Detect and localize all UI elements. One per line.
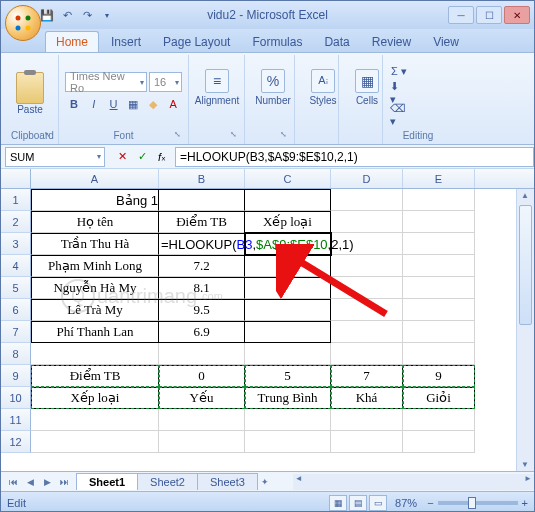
cell[interactable]: Họ tên <box>31 211 159 233</box>
font-launcher-icon[interactable]: ⤡ <box>174 130 186 142</box>
sheet-nav-prev[interactable]: ◀ <box>22 474 38 490</box>
font-name-combo[interactable]: Times New Ro <box>65 72 147 92</box>
cell[interactable]: Nguyễn Hà My <box>31 277 159 299</box>
tab-home[interactable]: Home <box>45 31 99 52</box>
zoom-out-button[interactable]: − <box>427 497 433 509</box>
qat-dropdown-icon[interactable]: ▾ <box>99 7 115 23</box>
cell[interactable] <box>403 277 475 299</box>
cell[interactable]: Giỏi <box>403 387 475 409</box>
row-header[interactable]: 2 <box>1 211 31 233</box>
cell[interactable] <box>245 189 331 211</box>
select-all-button[interactable] <box>1 169 31 188</box>
cell[interactable] <box>245 299 331 321</box>
tab-data[interactable]: Data <box>314 32 359 52</box>
vertical-scrollbar[interactable] <box>516 189 534 471</box>
cell[interactable] <box>331 211 403 233</box>
autosum-button[interactable]: Σ ▾ <box>389 61 409 81</box>
cell[interactable]: Trần Thu Hà <box>31 233 159 255</box>
cell[interactable] <box>31 343 159 365</box>
cell[interactable] <box>245 431 331 453</box>
maximize-button[interactable]: ☐ <box>476 6 502 24</box>
cell[interactable] <box>159 343 245 365</box>
row-header[interactable]: 5 <box>1 277 31 299</box>
cancel-formula-button[interactable]: ✕ <box>113 148 131 166</box>
row-header[interactable]: 11 <box>1 409 31 431</box>
page-layout-view-button[interactable]: ▤ <box>349 495 367 511</box>
tab-insert[interactable]: Insert <box>101 32 151 52</box>
cell[interactable]: Phạm Minh Long <box>31 255 159 277</box>
cell[interactable] <box>403 343 475 365</box>
sheet-nav-last[interactable]: ⏭ <box>56 474 72 490</box>
tab-formulas[interactable]: Formulas <box>242 32 312 52</box>
row-header[interactable]: 10 <box>1 387 31 409</box>
cell[interactable] <box>245 255 331 277</box>
cell[interactable] <box>159 431 245 453</box>
clipboard-launcher-icon[interactable]: ⤡ <box>44 130 56 142</box>
cell[interactable] <box>331 255 403 277</box>
cell[interactable] <box>403 431 475 453</box>
cell[interactable]: 7 <box>331 365 403 387</box>
cell[interactable] <box>403 233 475 255</box>
name-box[interactable]: SUM <box>5 147 105 167</box>
cell[interactable] <box>403 189 475 211</box>
number-launcher-icon[interactable]: ⤡ <box>280 130 292 142</box>
normal-view-button[interactable]: ▦ <box>329 495 347 511</box>
col-header-E[interactable]: E <box>403 169 475 188</box>
enter-formula-button[interactable]: ✓ <box>133 148 151 166</box>
alignment-button[interactable]: ≡ Alignment <box>195 57 239 117</box>
zoom-level[interactable]: 87% <box>395 497 417 509</box>
redo-icon[interactable]: ↷ <box>79 7 95 23</box>
cell[interactable]: Yếu <box>159 387 245 409</box>
zoom-slider[interactable] <box>438 501 518 505</box>
row-header[interactable]: 8 <box>1 343 31 365</box>
col-header-D[interactable]: D <box>331 169 403 188</box>
cell[interactable]: 5 <box>245 365 331 387</box>
cell[interactable]: 8.1 <box>159 277 245 299</box>
row-header[interactable]: 12 <box>1 431 31 453</box>
cell[interactable] <box>245 343 331 365</box>
italic-button[interactable]: I <box>85 94 103 114</box>
cell[interactable] <box>331 299 403 321</box>
cell[interactable] <box>31 431 159 453</box>
cell[interactable]: Trung Bình <box>245 387 331 409</box>
col-header-B[interactable]: B <box>159 169 245 188</box>
tab-page-layout[interactable]: Page Layout <box>153 32 240 52</box>
tab-review[interactable]: Review <box>362 32 421 52</box>
row-header[interactable]: 6 <box>1 299 31 321</box>
cell[interactable] <box>245 233 331 255</box>
cell[interactable] <box>159 409 245 431</box>
page-break-view-button[interactable]: ▭ <box>369 495 387 511</box>
row-header[interactable]: 7 <box>1 321 31 343</box>
row-header[interactable]: 1 <box>1 189 31 211</box>
cell[interactable] <box>159 189 245 211</box>
cell[interactable] <box>331 277 403 299</box>
bold-button[interactable]: B <box>65 94 83 114</box>
cell[interactable]: 6.9 <box>159 321 245 343</box>
sheet-tab[interactable]: Sheet1 <box>76 473 138 490</box>
cell[interactable]: Bảng 1 <box>31 189 159 211</box>
cell[interactable]: 0 <box>159 365 245 387</box>
number-button[interactable]: % Number <box>251 57 295 117</box>
cell[interactable]: 9 <box>403 365 475 387</box>
sheet-tab[interactable]: Sheet2 <box>137 473 198 490</box>
cell[interactable] <box>403 409 475 431</box>
cell[interactable] <box>331 409 403 431</box>
cell[interactable]: Điểm TB <box>31 365 159 387</box>
cell[interactable]: 9.5 <box>159 299 245 321</box>
sheet-tab[interactable]: Sheet3 <box>197 473 258 490</box>
cell[interactable] <box>403 299 475 321</box>
cell[interactable] <box>331 431 403 453</box>
cell[interactable] <box>403 211 475 233</box>
fill-button[interactable]: ⬇ ▾ <box>389 83 409 103</box>
col-header-C[interactable]: C <box>245 169 331 188</box>
cell[interactable]: 7.2 <box>159 255 245 277</box>
office-button[interactable] <box>5 5 41 41</box>
row-header[interactable]: 9 <box>1 365 31 387</box>
tab-view[interactable]: View <box>423 32 469 52</box>
sheet-nav-first[interactable]: ⏮ <box>5 474 21 490</box>
cell[interactable]: Xếp loại <box>245 211 331 233</box>
cell[interactable] <box>403 321 475 343</box>
cell[interactable] <box>245 277 331 299</box>
row-header[interactable]: 3 <box>1 233 31 255</box>
underline-button[interactable]: U <box>105 94 123 114</box>
